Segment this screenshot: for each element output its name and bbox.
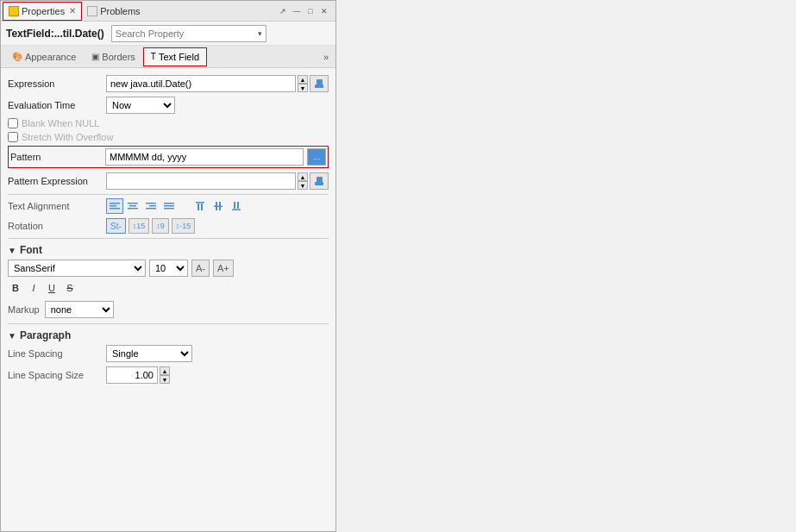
text-align-buttons bbox=[106, 198, 178, 214]
blank-when-null-checkbox[interactable] bbox=[8, 118, 18, 128]
pattern-expr-up[interactable]: ▲ bbox=[298, 172, 308, 181]
valign-bottom-btn[interactable] bbox=[228, 198, 245, 214]
align-center-btn[interactable] bbox=[124, 198, 141, 214]
line-spacing-select[interactable]: Single 1_1/2 Double AtLeast Fixed Propor… bbox=[106, 345, 192, 362]
align-right-btn[interactable] bbox=[142, 198, 160, 214]
sub-tab-textfield[interactable]: T Text Field bbox=[143, 47, 207, 66]
rotation-buttons: St- ↕15 ↕9 ↕-15 bbox=[106, 218, 195, 234]
rotation-left-btn[interactable]: ↕15 bbox=[128, 218, 150, 234]
expression-label: Expression bbox=[8, 78, 103, 89]
strikethrough-btn[interactable]: S bbox=[62, 280, 78, 296]
more-tabs-button[interactable]: » bbox=[320, 50, 332, 64]
svg-rect-22 bbox=[232, 210, 241, 211]
bold-btn[interactable]: B bbox=[8, 280, 23, 296]
search-dropdown-icon[interactable]: ▾ bbox=[258, 29, 262, 38]
pattern-expression-input-group: ▲ ▼ bbox=[106, 172, 329, 190]
svg-rect-4 bbox=[110, 203, 120, 204]
rotation-label: Rotation bbox=[8, 221, 103, 231]
font-section-toggle[interactable]: ▼ bbox=[8, 246, 16, 255]
search-input[interactable] bbox=[116, 28, 258, 39]
line-spacing-up[interactable]: ▲ bbox=[160, 366, 170, 375]
problems-icon bbox=[87, 6, 97, 16]
rotation-flip-btn[interactable]: ↕9 bbox=[152, 218, 169, 234]
pattern-expression-label: Pattern Expression bbox=[8, 176, 103, 186]
rotation-none-btn[interactable]: St- bbox=[106, 218, 126, 234]
tab-actions: ↗ — □ ✕ bbox=[277, 5, 334, 17]
valign-top-btn[interactable] bbox=[191, 198, 209, 214]
svg-rect-19 bbox=[214, 206, 223, 208]
line-spacing-size-row: Line Spacing Size ▲ ▼ bbox=[8, 366, 329, 384]
svg-rect-21 bbox=[219, 202, 221, 210]
line-spacing-size-label: Line Spacing Size bbox=[8, 370, 103, 380]
line-spacing-down[interactable]: ▼ bbox=[160, 375, 170, 384]
tab-problems[interactable]: Problems bbox=[82, 2, 145, 21]
svg-rect-17 bbox=[197, 203, 199, 210]
svg-rect-15 bbox=[164, 208, 174, 210]
properties-icon bbox=[9, 6, 19, 16]
line-spacing-size-input[interactable] bbox=[106, 366, 158, 384]
expression-input-group: ▲ ▼ bbox=[106, 75, 329, 92]
expression-input[interactable] bbox=[106, 75, 296, 92]
svg-rect-7 bbox=[128, 203, 138, 204]
markup-select[interactable]: none html styled rtf bbox=[45, 301, 114, 318]
vertical-align-buttons bbox=[191, 198, 245, 214]
valign-middle-btn[interactable] bbox=[210, 198, 227, 214]
pattern-expr-down[interactable]: ▼ bbox=[298, 181, 308, 190]
pattern-btn-icon: … bbox=[313, 153, 321, 161]
svg-rect-23 bbox=[234, 202, 235, 209]
pattern-expression-spinner: ▲ ▼ bbox=[298, 172, 308, 190]
paragraph-section-toggle[interactable]: ▼ bbox=[8, 331, 16, 341]
close-tab-icon[interactable]: ✕ bbox=[69, 6, 76, 16]
tab-action-maximize[interactable]: □ bbox=[304, 5, 317, 17]
stretch-overflow-label: Stretch With Overflow bbox=[22, 132, 113, 142]
expression-down[interactable]: ▼ bbox=[298, 84, 308, 92]
svg-rect-14 bbox=[164, 205, 174, 207]
align-left-btn[interactable] bbox=[106, 198, 123, 214]
content-wrapper: Expression ▲ ▼ Ev bbox=[1, 68, 335, 531]
line-spacing-spinner: ▲ ▼ bbox=[160, 366, 170, 384]
tab-action-close[interactable]: ✕ bbox=[318, 5, 330, 17]
rotation-right-btn[interactable]: ↕-15 bbox=[172, 218, 196, 234]
sub-tab-borders-label: Borders bbox=[102, 52, 135, 62]
svg-rect-9 bbox=[128, 208, 138, 210]
paragraph-section-header: ▼ Paragraph bbox=[8, 329, 329, 341]
pattern-expression-edit-btn[interactable] bbox=[310, 172, 329, 190]
font-family-select[interactable]: SansSerif Serif Monospaced bbox=[8, 260, 146, 277]
tab-bar: Properties ✕ Problems ↗ — □ ✕ bbox=[1, 1, 335, 22]
font-size-increase-btn[interactable]: A+ bbox=[213, 260, 234, 277]
search-box[interactable]: ▾ bbox=[111, 25, 266, 42]
sub-tab-textfield-label: Text Field bbox=[159, 52, 199, 62]
expression-spinner: ▲ ▼ bbox=[298, 75, 308, 92]
tab-properties[interactable]: Properties ✕ bbox=[3, 2, 82, 21]
underline-btn[interactable]: U bbox=[44, 280, 60, 296]
font-section-title: Font bbox=[20, 244, 42, 256]
tab-action-pin[interactable]: ↗ bbox=[277, 5, 289, 17]
align-justify-icon bbox=[163, 201, 175, 211]
tab-problems-label: Problems bbox=[100, 6, 140, 16]
rotation-row: Rotation St- ↕15 ↕9 ↕-15 bbox=[8, 218, 329, 234]
font-size-select[interactable]: 10 8 9 11 12 bbox=[149, 260, 188, 277]
expression-row: Expression ▲ ▼ bbox=[8, 75, 329, 92]
markup-row: Markup none html styled rtf bbox=[8, 301, 329, 318]
sub-tab-borders[interactable]: ▣ Borders bbox=[84, 47, 143, 66]
stretch-overflow-row: Stretch With Overflow bbox=[8, 132, 329, 142]
evaluation-time-select[interactable]: Now Report Page Column bbox=[106, 97, 175, 114]
align-justify-btn[interactable] bbox=[160, 198, 178, 214]
sub-tab-appearance[interactable]: 🎨 Appearance bbox=[4, 47, 84, 66]
expression-edit-btn[interactable] bbox=[310, 75, 329, 92]
svg-rect-8 bbox=[129, 205, 136, 207]
svg-rect-10 bbox=[146, 203, 156, 204]
svg-rect-12 bbox=[146, 208, 156, 210]
pattern-edit-btn[interactable]: … bbox=[307, 148, 326, 166]
font-size-decrease-btn[interactable]: A- bbox=[191, 260, 210, 277]
svg-rect-5 bbox=[110, 205, 116, 207]
pattern-expression-input[interactable] bbox=[106, 172, 296, 190]
expression-up[interactable]: ▲ bbox=[298, 75, 308, 84]
tab-properties-label: Properties bbox=[22, 6, 65, 16]
pattern-input[interactable] bbox=[105, 148, 304, 166]
borders-icon: ▣ bbox=[91, 52, 99, 61]
tab-action-minimize[interactable]: — bbox=[291, 5, 303, 17]
italic-btn[interactable]: I bbox=[26, 280, 41, 296]
stretch-overflow-checkbox[interactable] bbox=[8, 132, 18, 142]
bottom-padding bbox=[8, 388, 329, 405]
